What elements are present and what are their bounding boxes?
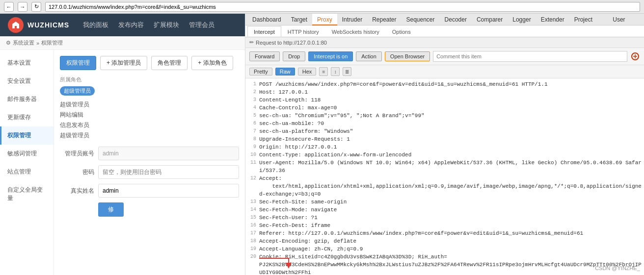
sidebar-item-sites[interactable]: 站点管理 [0, 163, 54, 181]
line-number: 16 [245, 222, 259, 229]
password-input[interactable] [98, 165, 239, 179]
cms-topbar: WUZHICMS 我的面板 发布内容 扩展模块 管理会员 [0, 14, 245, 36]
role-item-0: 超级管理员 [60, 100, 239, 110]
line-content: PJ2KS%2BVd3CdeHS%2BnEPwwMMkckyGkMsh%2BxJ… [259, 261, 644, 275]
request-line: 19Accept-Language: zh-CN, zh;q=0.9 [245, 245, 644, 253]
burp-panel: Dashboard Target Proxy Intruder Repeater… [245, 14, 644, 275]
breadcrumb-separator: » [36, 40, 39, 46]
line-number: 7 [245, 127, 259, 135]
request-line: 17Referer: http://127.0.0.1/wuzhicms/www… [245, 229, 644, 237]
nav-publish[interactable]: 发布内容 [118, 21, 144, 29]
menu-target[interactable]: Target [286, 14, 312, 25]
sidebar-item-mail[interactable]: 邮件服务器 [0, 90, 54, 108]
tab-options[interactable]: Options [386, 26, 417, 37]
tab-websockets-history[interactable]: WebSockets history [325, 26, 386, 37]
menu-comparer[interactable]: Comparer [472, 14, 508, 25]
reload-button[interactable]: ↻ [31, 2, 41, 12]
format-icon-2[interactable]: ↕ [331, 67, 340, 76]
action-bar: 权限管理 + 添加管理员 角色管理 + 添加角色 [60, 56, 239, 70]
format-icon-3[interactable]: ≣ [343, 67, 351, 76]
cms-nav: 我的面板 发布内容 扩展模块 管理会员 [83, 21, 215, 29]
forward-button[interactable]: → [18, 2, 27, 12]
request-label: ✏ Request to http://127.0.0.1:80 [245, 37, 644, 48]
menu-user-options[interactable]: User options [608, 14, 642, 25]
request-line: 2Host: 127.0.0.1 [245, 88, 644, 96]
request-line: 18Accept-Encoding: gzip, deflate [245, 237, 644, 245]
realname-label: 真实姓名 [60, 187, 94, 195]
action-button[interactable]: Action [356, 51, 382, 61]
format-icon-1[interactable]: ≡ [319, 67, 328, 76]
request-body[interactable]: 1POST /wuzhicms/www/index.php?m=core&f=p… [245, 78, 644, 275]
nav-extensions[interactable]: 扩展模块 [154, 21, 179, 29]
line-content: Sec-Fetch-Site: same-origin [259, 198, 644, 206]
submit-button[interactable]: 修 [98, 202, 124, 217]
realname-row: 真实姓名 [60, 184, 239, 198]
line-number: 15 [245, 214, 259, 222]
account-input[interactable] [98, 147, 239, 160]
line-content: Sec-Fetch-Dest: iframe [259, 222, 644, 229]
line-content: Upgrade-Insecure-Requests: 1 [259, 135, 644, 143]
comment-input[interactable] [433, 51, 627, 62]
raw-button[interactable]: Raw [275, 68, 295, 75]
sidebar-item-sensitive[interactable]: 敏感词管理 [0, 145, 54, 163]
role-item-3: 超级管理员 [60, 130, 239, 141]
tab-http-history[interactable]: HTTP history [281, 26, 325, 37]
intercept-on-button[interactable]: Intercept is on [308, 51, 353, 61]
add-role-button[interactable]: + 添加角色 [191, 56, 233, 70]
request-line: text/html,application/xhtml+xml,applicat… [245, 182, 644, 198]
realname-input[interactable] [98, 184, 239, 198]
sidebar-item-security[interactable]: 安全设置 [0, 72, 54, 90]
menu-project-options[interactable]: Project options [569, 14, 608, 25]
cms-body: 基本设置 安全设置 邮件服务器 更新缓存 权限管理 敏感词管理 站点管理 自定义… [0, 50, 245, 275]
url-bar[interactable] [45, 2, 640, 12]
sidebar-item-permissions[interactable]: 权限管理 [0, 126, 54, 145]
burp-settings-icon[interactable] [630, 51, 640, 61]
menu-proxy[interactable]: Proxy [312, 14, 337, 25]
open-browser-button[interactable]: Open Browser [385, 51, 430, 61]
sidebar-item-cache[interactable]: 更新缓存 [0, 108, 54, 126]
hex-button[interactable]: Hex [298, 68, 317, 75]
cms-logo-icon [8, 17, 24, 33]
line-number: 17 [245, 229, 259, 237]
menu-repeater[interactable]: Repeater [367, 14, 401, 25]
format-toolbar: Pretty Raw Hex ≡ ↕ ≣ [245, 65, 644, 78]
back-button[interactable]: ← [4, 2, 14, 12]
menu-sequencer[interactable]: Sequencer [402, 14, 440, 25]
roles-section: 所属角色 超级管理员 超级管理员 网站编辑 信息发布员 超级管理员 [60, 76, 239, 141]
breadcrumb: ⚙ 系统设置 » 权限管理 [0, 36, 245, 50]
line-content: text/html,application/xhtml+xml,applicat… [259, 182, 644, 198]
add-admin-button[interactable]: + 添加管理员 [100, 56, 147, 70]
breadcrumb-settings[interactable]: 系统设置 [13, 39, 34, 47]
roles-active-tag: 超级管理员 [60, 86, 239, 98]
menu-logger[interactable]: Logger [508, 14, 536, 25]
line-number: 6 [245, 120, 259, 127]
burp-menu: Dashboard Target Proxy Intruder Repeater… [245, 14, 644, 25]
line-number: 1 [245, 80, 259, 88]
request-line: 7sec-ch-ua-platform: "Windows" [245, 127, 644, 135]
breadcrumb-permissions[interactable]: 权限管理 [41, 39, 63, 47]
line-content: Host: 127.0.0.1 [259, 88, 644, 96]
roles-label: 所属角色 [60, 76, 239, 83]
menu-extender[interactable]: Extender [536, 14, 569, 25]
line-content: Accept-Language: zh-CN, zh;q=0.9 [259, 245, 644, 253]
menu-dashboard[interactable]: Dashboard [247, 14, 286, 25]
line-content: POST /wuzhicms/www/index.php?m=core&f=po… [259, 80, 644, 88]
tab-intercept[interactable]: Intercept [247, 26, 281, 37]
line-number: 3 [245, 96, 259, 104]
account-label: 管理员账号 [60, 150, 94, 158]
drop-button[interactable]: Drop [283, 51, 305, 61]
roles-button[interactable]: 角色管理 [151, 56, 188, 70]
main-area: WUZHICMS 我的面板 发布内容 扩展模块 管理会员 ⚙ 系统设置 » 权限… [0, 14, 644, 275]
menu-decoder[interactable]: Decoder [440, 14, 472, 25]
menu-intruder[interactable]: Intruder [337, 14, 367, 25]
sidebar-item-basic[interactable]: 基本设置 [0, 54, 54, 72]
sidebar-item-vars[interactable]: 自定义全局变量 [0, 181, 54, 207]
line-content: Sec-Fetch-Mode: navigate [259, 206, 644, 214]
permissions-button[interactable]: 权限管理 [60, 56, 96, 70]
pretty-button[interactable]: Pretty [249, 68, 272, 75]
nav-dashboard[interactable]: 我的面板 [83, 21, 108, 29]
forward-button[interactable]: Forward [249, 51, 280, 61]
nav-admin[interactable]: 管理会员 [189, 21, 215, 29]
cms-sidebar: 基本设置 安全设置 邮件服务器 更新缓存 权限管理 敏感词管理 站点管理 自定义… [0, 50, 54, 275]
line-number: 9 [245, 143, 259, 151]
